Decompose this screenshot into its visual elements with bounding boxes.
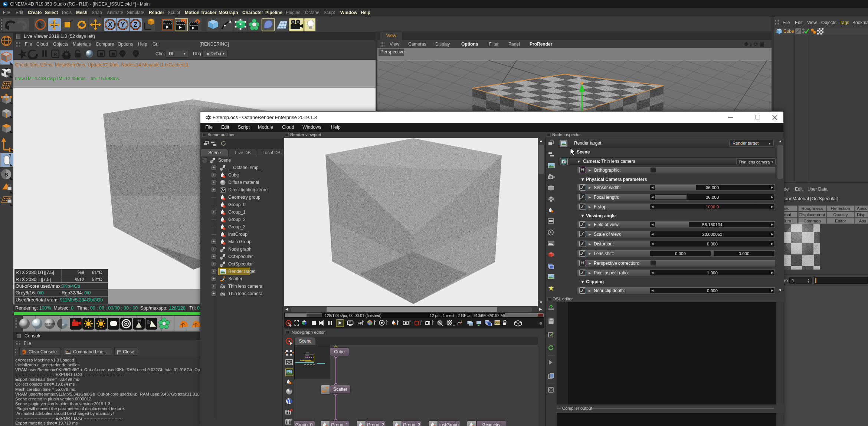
svg-text:R: R (53, 52, 57, 57)
svg-text:BLEND: BLEND (45, 323, 55, 326)
svg-text:Y: Y (121, 21, 125, 28)
svg-text:M: M (134, 52, 137, 55)
svg-text:AF: AF (358, 321, 362, 325)
svg-text:S: S (4, 171, 8, 178)
svg-text:X: X (108, 21, 112, 28)
svg-text:Z: Z (134, 21, 137, 28)
svg-text:F: F (121, 52, 124, 55)
svg-text:IES: IES (137, 319, 141, 322)
